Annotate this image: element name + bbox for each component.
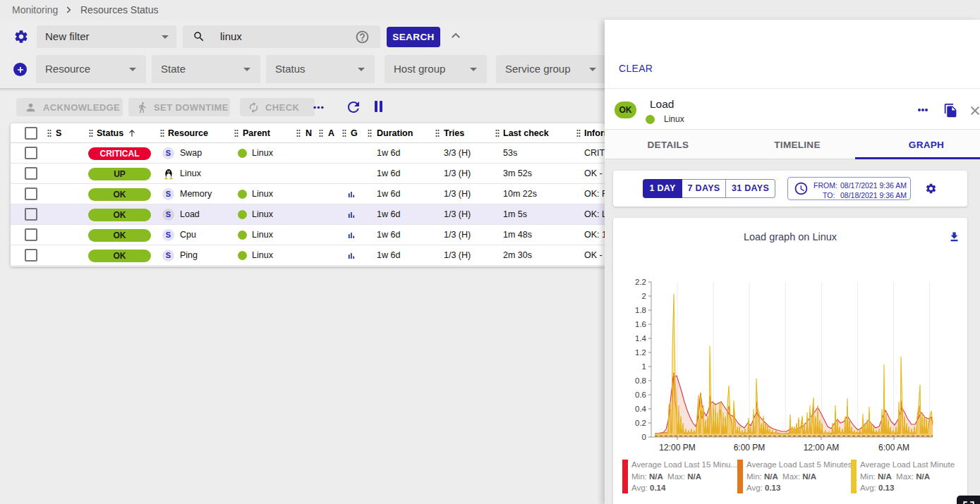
svg-text:6:00 AM: 6:00 AM bbox=[878, 443, 909, 453]
svg-text:0.6: 0.6 bbox=[635, 391, 646, 399]
svg-text:0.4: 0.4 bbox=[635, 405, 647, 413]
svg-text:1.6: 1.6 bbox=[635, 320, 646, 328]
svg-text:1.8: 1.8 bbox=[635, 306, 646, 314]
svg-text:0.2: 0.2 bbox=[635, 419, 646, 427]
svg-text:2: 2 bbox=[642, 292, 646, 300]
svg-text:0.8: 0.8 bbox=[635, 376, 646, 385]
svg-text:12:00 PM: 12:00 PM bbox=[659, 443, 695, 453]
svg-text:12:00 AM: 12:00 AM bbox=[804, 443, 840, 453]
svg-text:6:00 PM: 6:00 PM bbox=[734, 443, 766, 453]
svg-text:2.2: 2.2 bbox=[635, 278, 646, 286]
svg-text:1.2: 1.2 bbox=[635, 348, 646, 357]
svg-text:1: 1 bbox=[642, 362, 646, 371]
svg-text:0: 0 bbox=[642, 433, 646, 441]
svg-text:1.4: 1.4 bbox=[635, 334, 647, 343]
